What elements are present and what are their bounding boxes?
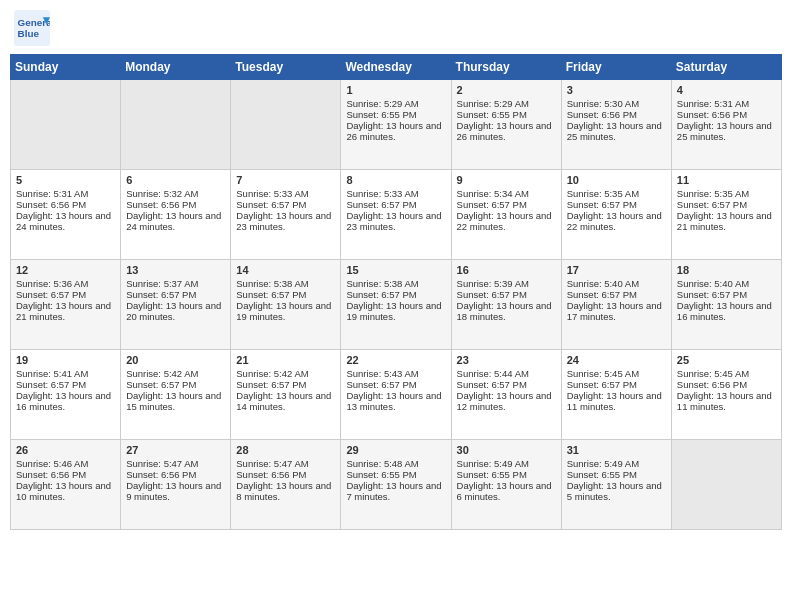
day-number: 31 xyxy=(567,444,666,456)
day-number: 18 xyxy=(677,264,776,276)
daylight-text: Daylight: 13 hours and 26 minutes. xyxy=(457,120,556,142)
calendar-cell: 10Sunrise: 5:35 AMSunset: 6:57 PMDayligh… xyxy=(561,170,671,260)
day-number: 28 xyxy=(236,444,335,456)
day-number: 10 xyxy=(567,174,666,186)
day-number: 13 xyxy=(126,264,225,276)
calendar-cell: 19Sunrise: 5:41 AMSunset: 6:57 PMDayligh… xyxy=(11,350,121,440)
sunrise-text: Sunrise: 5:40 AM xyxy=(677,278,776,289)
sunset-text: Sunset: 6:55 PM xyxy=(346,469,445,480)
day-number: 20 xyxy=(126,354,225,366)
day-number: 26 xyxy=(16,444,115,456)
calendar-cell xyxy=(11,80,121,170)
sunrise-text: Sunrise: 5:35 AM xyxy=(567,188,666,199)
daylight-text: Daylight: 13 hours and 25 minutes. xyxy=(677,120,776,142)
sunset-text: Sunset: 6:57 PM xyxy=(126,289,225,300)
day-number: 16 xyxy=(457,264,556,276)
daylight-text: Daylight: 13 hours and 24 minutes. xyxy=(126,210,225,232)
day-number: 8 xyxy=(346,174,445,186)
daylight-text: Daylight: 13 hours and 19 minutes. xyxy=(346,300,445,322)
page-header: General Blue xyxy=(10,10,782,46)
sunset-text: Sunset: 6:56 PM xyxy=(126,199,225,210)
day-number: 25 xyxy=(677,354,776,366)
calendar-cell: 6Sunrise: 5:32 AMSunset: 6:56 PMDaylight… xyxy=(121,170,231,260)
daylight-text: Daylight: 13 hours and 21 minutes. xyxy=(677,210,776,232)
daylight-text: Daylight: 13 hours and 11 minutes. xyxy=(677,390,776,412)
day-number: 2 xyxy=(457,84,556,96)
calendar-cell: 26Sunrise: 5:46 AMSunset: 6:56 PMDayligh… xyxy=(11,440,121,530)
calendar-cell: 3Sunrise: 5:30 AMSunset: 6:56 PMDaylight… xyxy=(561,80,671,170)
sunrise-text: Sunrise: 5:44 AM xyxy=(457,368,556,379)
calendar-cell: 31Sunrise: 5:49 AMSunset: 6:55 PMDayligh… xyxy=(561,440,671,530)
day-number: 7 xyxy=(236,174,335,186)
sunset-text: Sunset: 6:55 PM xyxy=(346,109,445,120)
calendar-cell: 20Sunrise: 5:42 AMSunset: 6:57 PMDayligh… xyxy=(121,350,231,440)
sunrise-text: Sunrise: 5:30 AM xyxy=(567,98,666,109)
calendar-cell xyxy=(671,440,781,530)
daylight-text: Daylight: 13 hours and 23 minutes. xyxy=(346,210,445,232)
sunset-text: Sunset: 6:57 PM xyxy=(236,289,335,300)
weekday-header-row: SundayMondayTuesdayWednesdayThursdayFrid… xyxy=(11,55,782,80)
sunrise-text: Sunrise: 5:38 AM xyxy=(236,278,335,289)
daylight-text: Daylight: 13 hours and 11 minutes. xyxy=(567,390,666,412)
daylight-text: Daylight: 13 hours and 20 minutes. xyxy=(126,300,225,322)
sunset-text: Sunset: 6:57 PM xyxy=(236,379,335,390)
day-number: 21 xyxy=(236,354,335,366)
calendar-cell xyxy=(231,80,341,170)
sunrise-text: Sunrise: 5:48 AM xyxy=(346,458,445,469)
daylight-text: Daylight: 13 hours and 9 minutes. xyxy=(126,480,225,502)
daylight-text: Daylight: 13 hours and 10 minutes. xyxy=(16,480,115,502)
day-number: 24 xyxy=(567,354,666,366)
sunrise-text: Sunrise: 5:47 AM xyxy=(126,458,225,469)
sunset-text: Sunset: 6:57 PM xyxy=(126,379,225,390)
weekday-header-wednesday: Wednesday xyxy=(341,55,451,80)
calendar-cell: 1Sunrise: 5:29 AMSunset: 6:55 PMDaylight… xyxy=(341,80,451,170)
sunrise-text: Sunrise: 5:42 AM xyxy=(236,368,335,379)
calendar-week-row: 26Sunrise: 5:46 AMSunset: 6:56 PMDayligh… xyxy=(11,440,782,530)
logo-icon: General Blue xyxy=(14,10,50,46)
daylight-text: Daylight: 13 hours and 21 minutes. xyxy=(16,300,115,322)
calendar-cell: 2Sunrise: 5:29 AMSunset: 6:55 PMDaylight… xyxy=(451,80,561,170)
day-number: 6 xyxy=(126,174,225,186)
sunset-text: Sunset: 6:57 PM xyxy=(16,379,115,390)
calendar-week-row: 1Sunrise: 5:29 AMSunset: 6:55 PMDaylight… xyxy=(11,80,782,170)
sunrise-text: Sunrise: 5:31 AM xyxy=(16,188,115,199)
calendar-cell: 24Sunrise: 5:45 AMSunset: 6:57 PMDayligh… xyxy=(561,350,671,440)
calendar-cell: 9Sunrise: 5:34 AMSunset: 6:57 PMDaylight… xyxy=(451,170,561,260)
daylight-text: Daylight: 13 hours and 22 minutes. xyxy=(457,210,556,232)
day-number: 9 xyxy=(457,174,556,186)
sunrise-text: Sunrise: 5:39 AM xyxy=(457,278,556,289)
sunset-text: Sunset: 6:57 PM xyxy=(677,199,776,210)
day-number: 3 xyxy=(567,84,666,96)
daylight-text: Daylight: 13 hours and 6 minutes. xyxy=(457,480,556,502)
sunset-text: Sunset: 6:57 PM xyxy=(457,199,556,210)
day-number: 1 xyxy=(346,84,445,96)
daylight-text: Daylight: 13 hours and 13 minutes. xyxy=(346,390,445,412)
sunrise-text: Sunrise: 5:45 AM xyxy=(677,368,776,379)
sunset-text: Sunset: 6:57 PM xyxy=(346,379,445,390)
sunset-text: Sunset: 6:57 PM xyxy=(567,379,666,390)
sunrise-text: Sunrise: 5:49 AM xyxy=(457,458,556,469)
sunset-text: Sunset: 6:56 PM xyxy=(16,469,115,480)
sunset-text: Sunset: 6:57 PM xyxy=(346,289,445,300)
day-number: 22 xyxy=(346,354,445,366)
daylight-text: Daylight: 13 hours and 23 minutes. xyxy=(236,210,335,232)
sunrise-text: Sunrise: 5:33 AM xyxy=(346,188,445,199)
calendar-cell: 5Sunrise: 5:31 AMSunset: 6:56 PMDaylight… xyxy=(11,170,121,260)
day-number: 29 xyxy=(346,444,445,456)
daylight-text: Daylight: 13 hours and 5 minutes. xyxy=(567,480,666,502)
calendar-cell xyxy=(121,80,231,170)
sunset-text: Sunset: 6:57 PM xyxy=(567,289,666,300)
daylight-text: Daylight: 13 hours and 18 minutes. xyxy=(457,300,556,322)
weekday-header-thursday: Thursday xyxy=(451,55,561,80)
weekday-header-saturday: Saturday xyxy=(671,55,781,80)
sunrise-text: Sunrise: 5:40 AM xyxy=(567,278,666,289)
calendar-cell: 7Sunrise: 5:33 AMSunset: 6:57 PMDaylight… xyxy=(231,170,341,260)
sunset-text: Sunset: 6:55 PM xyxy=(457,109,556,120)
sunset-text: Sunset: 6:56 PM xyxy=(236,469,335,480)
sunrise-text: Sunrise: 5:47 AM xyxy=(236,458,335,469)
calendar-cell: 15Sunrise: 5:38 AMSunset: 6:57 PMDayligh… xyxy=(341,260,451,350)
sunrise-text: Sunrise: 5:35 AM xyxy=(677,188,776,199)
sunset-text: Sunset: 6:57 PM xyxy=(677,289,776,300)
sunrise-text: Sunrise: 5:43 AM xyxy=(346,368,445,379)
day-number: 19 xyxy=(16,354,115,366)
